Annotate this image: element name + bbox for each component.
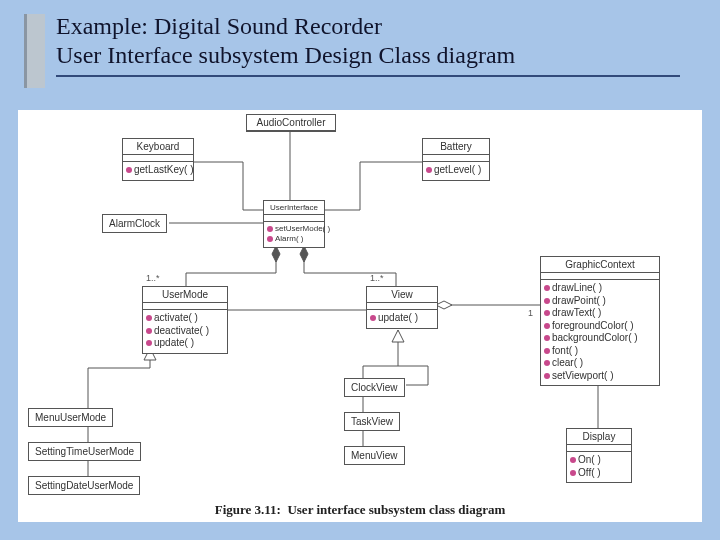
- visibility-icon: [370, 315, 376, 321]
- multiplicity: 1: [528, 308, 533, 318]
- class-taskview: TaskView: [344, 412, 400, 431]
- figure-number: Figure 3.11:: [215, 502, 281, 517]
- operation: update( ): [378, 312, 418, 325]
- title-line-2: User Interface subsystem Design Class di…: [56, 42, 515, 68]
- figure-caption: Figure 3.11: User interface subsystem cl…: [18, 502, 702, 518]
- class-menuview: MenuView: [344, 446, 405, 465]
- class-battery: Battery getLevel( ): [422, 138, 490, 181]
- operation: Alarm( ): [275, 234, 303, 244]
- operation: drawText( ): [552, 307, 601, 320]
- operation: clear( ): [552, 357, 583, 370]
- operation: foregroundColor( ): [552, 320, 634, 333]
- visibility-icon: [267, 236, 273, 242]
- visibility-icon: [544, 335, 550, 341]
- visibility-icon: [544, 298, 550, 304]
- operation: On( ): [578, 454, 601, 467]
- operation: getLevel( ): [434, 164, 481, 177]
- class-audiocontroller: AudioController: [246, 114, 336, 132]
- visibility-icon: [544, 285, 550, 291]
- multiplicity: 1..*: [146, 273, 160, 283]
- visibility-icon: [544, 323, 550, 329]
- svg-marker-12: [392, 330, 404, 342]
- visibility-icon: [126, 167, 132, 173]
- operation: drawLine( ): [552, 282, 602, 295]
- class-view: View update( ): [366, 286, 438, 329]
- visibility-icon: [544, 360, 550, 366]
- class-name: UserMode: [143, 287, 227, 303]
- accent-bar: [24, 14, 45, 88]
- operation: font( ): [552, 345, 578, 358]
- class-name: AudioController: [247, 115, 335, 131]
- figure-text: User interface subsystem class diagram: [287, 502, 505, 517]
- visibility-icon: [544, 373, 550, 379]
- slide: Example: Digital Sound Recorder User Int…: [0, 0, 720, 540]
- visibility-icon: [146, 328, 152, 334]
- class-name: View: [367, 287, 437, 303]
- class-userinterface: UserInterface setUserMode( ) Alarm( ): [263, 200, 325, 248]
- class-name: Display: [567, 429, 631, 445]
- class-usermode: UserMode activate( ) deactivate( ) updat…: [142, 286, 228, 354]
- class-name: GraphicContext: [541, 257, 659, 273]
- class-graphiccontext: GraphicContext drawLine( ) drawPoint( ) …: [540, 256, 660, 386]
- visibility-icon: [570, 457, 576, 463]
- svg-marker-3: [300, 246, 308, 262]
- class-settingdateusermode: SettingDateUserMode: [28, 476, 140, 495]
- class-name: Battery: [423, 139, 489, 155]
- class-settingtimeusermode: SettingTimeUserMode: [28, 442, 141, 461]
- class-menuusermode: MenuUserMode: [28, 408, 113, 427]
- visibility-icon: [146, 315, 152, 321]
- title-block: Example: Digital Sound Recorder User Int…: [0, 0, 720, 77]
- multiplicity: 1..*: [370, 273, 384, 283]
- operation: activate( ): [154, 312, 198, 325]
- operation: deactivate( ): [154, 325, 209, 338]
- class-name: UserInterface: [264, 201, 324, 215]
- uml-diagram: AudioController Keyboard getLastKey( ) B…: [18, 110, 702, 522]
- operation: drawPoint( ): [552, 295, 606, 308]
- visibility-icon: [570, 470, 576, 476]
- operation: Off( ): [578, 467, 601, 480]
- svg-marker-2: [272, 246, 280, 262]
- operation: setUserMode( ): [275, 224, 330, 234]
- class-name: Keyboard: [123, 139, 193, 155]
- visibility-icon: [544, 348, 550, 354]
- operation: getLastKey( ): [134, 164, 193, 177]
- diagram-panel: AudioController Keyboard getLastKey( ) B…: [18, 110, 702, 522]
- visibility-icon: [267, 226, 273, 232]
- class-keyboard: Keyboard getLastKey( ): [122, 138, 194, 181]
- operation: update( ): [154, 337, 194, 350]
- visibility-icon: [146, 340, 152, 346]
- operation: backgroundColor( ): [552, 332, 638, 345]
- title-line-1: Example: Digital Sound Recorder: [56, 13, 382, 39]
- class-alarmclock: AlarmClock: [102, 214, 167, 233]
- operation: setViewport( ): [552, 370, 614, 383]
- visibility-icon: [426, 167, 432, 173]
- title-underline: [56, 75, 680, 77]
- class-clockview: ClockView: [344, 378, 405, 397]
- svg-marker-6: [436, 301, 452, 309]
- visibility-icon: [544, 310, 550, 316]
- class-display: Display On( ) Off( ): [566, 428, 632, 483]
